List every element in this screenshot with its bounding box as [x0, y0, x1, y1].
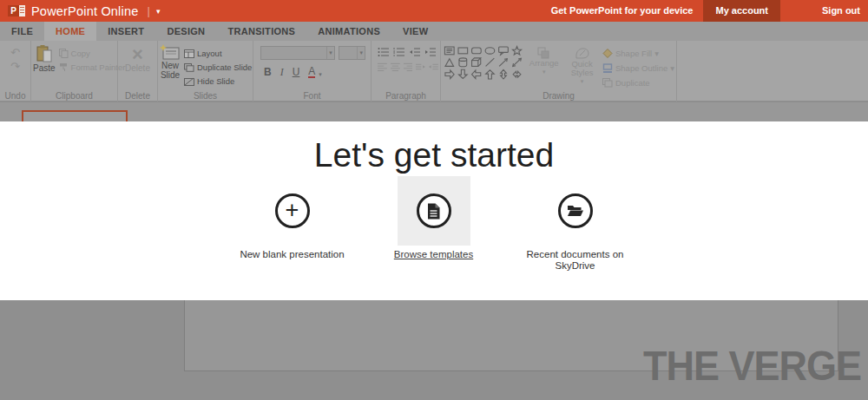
shape-up-arrow[interactable]	[486, 70, 495, 79]
hide-slide-button[interactable]: Hide Slide	[184, 75, 252, 88]
shape-oval[interactable]	[485, 48, 495, 54]
delete-button[interactable]: × Delete	[120, 44, 155, 73]
option-new-blank-presentation[interactable]: + New blank presentation	[221, 176, 363, 272]
font-color-button[interactable]: A	[308, 67, 315, 78]
option-label[interactable]: Recent documents on SkyDrive	[519, 249, 632, 272]
font-size-dropdown[interactable]: ▾	[339, 46, 365, 60]
arrange-icon	[537, 47, 550, 59]
group-label-undo: Undo	[0, 91, 30, 101]
shape-rounded-rectangle[interactable]	[472, 48, 482, 54]
group-label-slides: Slides	[158, 91, 253, 101]
chevron-down-icon[interactable]: ▾	[319, 71, 322, 78]
start-options: + New blank presentation Browse templa	[221, 176, 647, 272]
chevron-down-icon[interactable]: ▾	[156, 7, 161, 16]
shape-left-right-arrow[interactable]	[513, 71, 521, 77]
chevron-down-icon: ▾	[654, 49, 659, 58]
get-powerpoint-link[interactable]: Get PowerPoint for your device	[541, 0, 704, 22]
group-label-font: Font	[253, 91, 371, 101]
increase-indent-button[interactable]	[424, 47, 437, 57]
paste-button[interactable]: Paste	[33, 44, 56, 74]
option-recent-documents[interactable]: Recent documents on SkyDrive	[504, 176, 646, 272]
shape-callout[interactable]	[499, 47, 509, 55]
shape-rectangle[interactable]	[458, 48, 468, 54]
chevron-down-icon: ▾	[357, 47, 365, 59]
shape-cylinder[interactable]	[459, 58, 467, 67]
sign-out-link[interactable]: Sign out	[780, 0, 868, 22]
title-separator: |	[148, 4, 150, 17]
arrange-button[interactable]: Arrange ▾	[526, 44, 562, 76]
option-label[interactable]: New blank presentation	[236, 249, 349, 260]
chevron-down-icon: ▾	[542, 68, 546, 76]
copy-icon	[59, 49, 69, 58]
bullets-button[interactable]	[378, 47, 390, 57]
get-started-dialog: Let's get started + New blank presentati…	[0, 121, 868, 300]
undo-icon[interactable]: ↶	[10, 48, 20, 58]
numbering-button[interactable]	[393, 47, 405, 57]
chevron-down-icon: ▾	[581, 77, 584, 86]
tab-insert[interactable]: INSERT	[96, 22, 155, 41]
app-header: P PowerPoint Online | ▾ Get PowerPoint f…	[0, 0, 868, 22]
align-left-button[interactable]	[378, 62, 387, 71]
ribbon-group-undo: ↶ ↷ Undo	[0, 41, 31, 102]
italic-button[interactable]: I	[280, 67, 284, 78]
ribbon-empty-space	[677, 41, 868, 102]
plus-icon: +	[275, 193, 310, 228]
app-title: PowerPoint Online	[31, 4, 139, 18]
group-label-paragraph: Paragraph	[372, 91, 440, 101]
ribbon-group-drawing: Arrange ▾ Quick Styles ▾	[441, 41, 677, 102]
shape-star[interactable]	[512, 47, 521, 56]
format-painter-button[interactable]: Format Painter	[59, 61, 126, 74]
shape-outline-button[interactable]: Shape Outline ▾	[602, 62, 674, 75]
duplicate-slide-button[interactable]: Duplicate Slide	[184, 61, 252, 74]
tab-file[interactable]: FILE	[0, 22, 44, 41]
layout-button[interactable]: Layout	[184, 47, 252, 60]
shape-down-arrow[interactable]	[458, 69, 467, 78]
slide-panel-strip	[0, 102, 868, 121]
option-label[interactable]: Browse templates	[378, 249, 490, 260]
shape-fill-icon	[602, 49, 613, 58]
underline-button[interactable]: U	[293, 67, 300, 78]
font-name-dropdown[interactable]: ▾	[260, 46, 335, 60]
powerpoint-logo-icon: P	[8, 3, 25, 19]
shape-double-arrow-line[interactable]	[513, 58, 522, 66]
tab-animations[interactable]: ANIMATIONS	[306, 22, 391, 41]
powerpoint-online-app: P PowerPoint Online | ▾ Get PowerPoint f…	[0, 0, 868, 400]
shape-line[interactable]	[486, 58, 495, 66]
shape-left-arrow[interactable]	[472, 70, 481, 79]
ribbon-group-clipboard: Paste Copy Fo	[31, 41, 118, 102]
option-browse-templates[interactable]: Browse templates	[363, 176, 504, 272]
align-center-button[interactable]	[391, 62, 400, 71]
shape-cube[interactable]	[472, 58, 481, 67]
tab-view[interactable]: VIEW	[391, 22, 439, 41]
ribbon-group-paragraph: Paragraph	[372, 41, 441, 102]
redo-icon[interactable]: ↷	[10, 62, 20, 72]
shape-gallery[interactable]	[443, 44, 523, 82]
text-direction-rtl-button[interactable]	[429, 62, 438, 71]
shape-fill-button[interactable]: Shape Fill ▾	[602, 47, 674, 60]
shape-triangle[interactable]	[445, 59, 454, 67]
shape-arrow-line[interactable]	[499, 59, 507, 67]
new-slide-button[interactable]: New Slide	[160, 44, 181, 88]
copy-button[interactable]: Copy	[59, 47, 126, 60]
quick-styles-button[interactable]: Quick Styles ▾	[564, 44, 600, 86]
bold-button[interactable]: B	[264, 67, 272, 78]
ribbon-group-delete: × Delete Delete	[118, 41, 158, 102]
tab-transitions[interactable]: TRANSITIONS	[216, 22, 306, 41]
my-account-button[interactable]: My account	[703, 0, 780, 22]
shape-right-arrow[interactable]	[445, 70, 454, 79]
shape-up-down-arrow[interactable]	[501, 69, 507, 79]
tab-home[interactable]: HOME	[44, 22, 96, 41]
text-direction-ltr-button[interactable]	[416, 62, 425, 71]
group-label-delete: Delete	[118, 91, 157, 101]
align-right-button[interactable]	[404, 62, 413, 71]
header-links: Get PowerPoint for your device My accoun…	[541, 0, 868, 22]
tab-design[interactable]: DESIGN	[155, 22, 216, 41]
shape-textbox[interactable]	[444, 47, 454, 55]
format-painter-icon	[59, 62, 69, 72]
chevron-down-icon: ▾	[326, 47, 334, 59]
paste-icon	[36, 44, 53, 63]
duplicate-shape-button[interactable]: Duplicate	[602, 76, 674, 89]
brand: P PowerPoint Online | ▾	[0, 3, 160, 19]
decrease-indent-button[interactable]	[409, 47, 421, 57]
duplicate-icon	[602, 78, 613, 88]
